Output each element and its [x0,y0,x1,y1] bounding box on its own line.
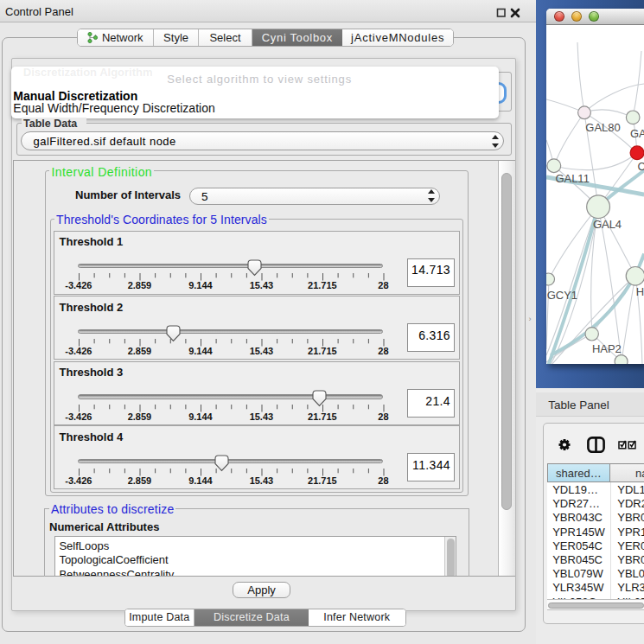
svg-text:GAL4: GAL4 [593,217,622,230]
svg-text:GAL: GAL [630,126,644,139]
svg-text:HAP2: HAP2 [592,341,622,354]
svg-text:H: H [635,285,643,298]
svg-text:GCY1: GCY1 [546,288,577,301]
svg-text:GAL11: GAL11 [555,172,589,185]
svg-text:C: C [637,160,644,173]
svg-text:GAL80: GAL80 [585,120,620,133]
